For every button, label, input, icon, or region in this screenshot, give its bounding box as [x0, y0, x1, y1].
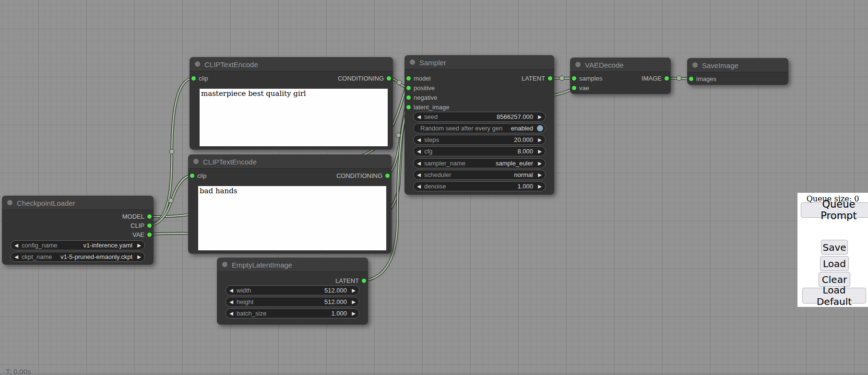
input-port-samples[interactable]: samples — [572, 74, 602, 82]
decrement-arrow-icon[interactable]: ◀ — [226, 286, 237, 295]
node-checkpointloader[interactable]: CheckpointLoaderMODELCLIPVAE◀config_name… — [2, 196, 154, 265]
queue-prompt-button[interactable]: Queue Prompt — [801, 202, 868, 218]
input-port-clip[interactable]: clip — [191, 74, 208, 82]
collapse-dot-icon[interactable] — [195, 61, 200, 67]
output-port-CONDITIONING[interactable]: CONDITIONING — [336, 172, 390, 180]
link-midpoint-dot[interactable] — [559, 76, 564, 81]
collapse-dot-icon[interactable] — [575, 62, 581, 67]
input-slot-icon[interactable] — [406, 76, 411, 81]
increment-arrow-icon[interactable]: ▶ — [535, 112, 545, 121]
link-midpoint-dot[interactable] — [677, 76, 681, 81]
decrement-arrow-icon[interactable]: ◀ — [414, 147, 424, 156]
toggle-indicator-icon[interactable] — [537, 125, 543, 131]
increment-arrow-icon[interactable]: ▶ — [535, 135, 545, 144]
input-slot-icon[interactable] — [191, 76, 196, 81]
widget-Random seed after every gen[interactable]: Random seed after every genenabled — [413, 123, 546, 133]
load-default-button[interactable]: Load Default — [802, 288, 866, 304]
input-port-latent_image[interactable]: latent_image — [406, 103, 449, 111]
output-port-LATENT[interactable]: LATENT — [335, 277, 366, 285]
node-vaedecode[interactable]: VAEDecodesamplesIMAGEvae — [570, 58, 671, 94]
input-port-negative[interactable]: negative — [406, 94, 437, 102]
input-slot-icon[interactable] — [406, 105, 411, 109]
widget-config_name[interactable]: ◀config_namev1-inference.yaml▶ — [11, 240, 145, 250]
output-port-IMAGE[interactable]: IMAGE — [642, 74, 669, 82]
widget-cfg[interactable]: ◀cfg8.000▶ — [413, 146, 546, 156]
link-midpoint-dot[interactable] — [397, 80, 402, 85]
decrement-arrow-icon[interactable]: ◀ — [226, 297, 237, 306]
input-port-vae[interactable]: vae — [572, 84, 589, 92]
widget-steps[interactable]: ◀steps20.000▶ — [413, 135, 546, 145]
decrement-arrow-icon[interactable]: ◀ — [414, 159, 424, 168]
node-title-bar[interactable]: SaveImage — [687, 58, 788, 72]
collapse-dot-icon[interactable] — [222, 262, 227, 267]
widget-seed[interactable]: ◀seed8566257.000▶ — [413, 112, 546, 122]
widget-height[interactable]: ◀height512.000▶ — [226, 297, 359, 307]
output-port-VAE[interactable]: VAE — [132, 231, 152, 239]
node-cliptextencode-positive[interactable]: CLIPTextEncodeclipCONDITIONINGmasterpiec… — [190, 57, 393, 150]
output-slot-icon[interactable] — [548, 76, 552, 81]
decrement-arrow-icon[interactable]: ◀ — [414, 182, 424, 191]
output-port-CONDITIONING[interactable]: CONDITIONING — [338, 74, 391, 82]
increment-arrow-icon[interactable]: ▶ — [535, 147, 545, 156]
node-emptylatentimage[interactable]: EmptyLatentImageLATENT◀width512.000▶◀hei… — [217, 258, 368, 325]
output-slot-icon[interactable] — [147, 233, 152, 237]
widget-sampler_name[interactable]: ◀sampler_namesample_euler▶ — [413, 158, 546, 168]
widget-denoise[interactable]: ◀denoise1.000▶ — [413, 181, 546, 191]
node-title-bar[interactable]: VAEDecode — [570, 58, 671, 72]
load-button[interactable]: Load — [820, 256, 849, 271]
collapse-dot-icon[interactable] — [193, 159, 199, 164]
output-slot-icon[interactable] — [385, 174, 390, 178]
node-title-bar[interactable]: CLIPTextEncode — [188, 154, 392, 169]
node-title-bar[interactable]: CheckpointLoader — [2, 196, 154, 210]
input-port-images[interactable]: images — [689, 75, 716, 83]
output-port-MODEL[interactable]: MODEL — [122, 212, 152, 221]
input-slot-icon[interactable] — [406, 86, 411, 90]
input-slot-icon[interactable] — [689, 77, 693, 81]
decrement-arrow-icon[interactable]: ◀ — [414, 170, 424, 179]
decrement-arrow-icon[interactable]: ◀ — [226, 309, 237, 318]
input-slot-icon[interactable] — [572, 76, 576, 81]
node-title-bar[interactable]: CLIPTextEncode — [190, 57, 393, 71]
increment-arrow-icon[interactable]: ▶ — [535, 182, 545, 191]
widget-scheduler[interactable]: ◀schedulernormal▶ — [413, 170, 546, 180]
node-cliptextencode-negative[interactable]: CLIPTextEncodeclipCONDITIONINGbad hands — [188, 154, 392, 254]
input-slot-icon[interactable] — [190, 174, 194, 178]
increment-arrow-icon[interactable]: ▶ — [348, 297, 359, 306]
decrement-arrow-icon[interactable]: ◀ — [414, 135, 424, 144]
increment-arrow-icon[interactable]: ▶ — [535, 170, 545, 179]
widget-batch_size[interactable]: ◀batch_size1.000▶ — [226, 308, 359, 318]
input-slot-icon[interactable] — [572, 86, 576, 90]
node-title-bar[interactable]: EmptyLatentImage — [217, 258, 368, 272]
widget-ckpt_name[interactable]: ◀ckpt_namev1-5-pruned-emaonly.ckpt▶ — [11, 252, 145, 262]
decrement-arrow-icon[interactable]: ◀ — [414, 112, 424, 121]
output-port-LATENT[interactable]: LATENT — [522, 74, 552, 82]
output-slot-icon[interactable] — [665, 76, 669, 81]
decrement-arrow-icon[interactable]: ◀ — [11, 252, 22, 261]
increment-arrow-icon[interactable]: ▶ — [535, 159, 545, 168]
node-title-bar[interactable]: Sampler — [404, 55, 554, 70]
prompt-textarea[interactable]: bad hands — [198, 186, 386, 250]
increment-arrow-icon[interactable]: ▶ — [134, 241, 144, 250]
output-slot-icon[interactable] — [362, 279, 366, 283]
increment-arrow-icon[interactable]: ▶ — [348, 286, 359, 295]
widget-width[interactable]: ◀width512.000▶ — [226, 285, 359, 295]
output-slot-icon[interactable] — [147, 214, 152, 219]
link-midpoint-dot[interactable] — [396, 133, 401, 138]
output-port-CLIP[interactable]: CLIP — [131, 222, 152, 230]
input-port-model[interactable]: model — [406, 74, 430, 82]
node-sampler[interactable]: SamplermodelLATENTpositivenegativelatent… — [404, 55, 554, 195]
link-midpoint-dot[interactable] — [168, 198, 173, 203]
link-midpoint-dot[interactable] — [169, 149, 174, 154]
collapse-dot-icon[interactable] — [7, 200, 12, 205]
output-slot-icon[interactable] — [147, 223, 152, 228]
increment-arrow-icon[interactable]: ▶ — [348, 309, 359, 318]
prompt-textarea[interactable]: masterpiece best quality girl — [200, 89, 388, 146]
node-saveimage[interactable]: SaveImageimages — [687, 58, 788, 85]
collapse-dot-icon[interactable] — [692, 62, 698, 68]
collapse-dot-icon[interactable] — [410, 59, 415, 65]
decrement-arrow-icon[interactable]: ◀ — [11, 241, 22, 250]
save-button[interactable]: Save — [821, 240, 848, 255]
input-port-clip[interactable]: clip — [190, 172, 207, 180]
input-port-positive[interactable]: positive — [406, 84, 435, 92]
input-slot-icon[interactable] — [406, 95, 411, 100]
